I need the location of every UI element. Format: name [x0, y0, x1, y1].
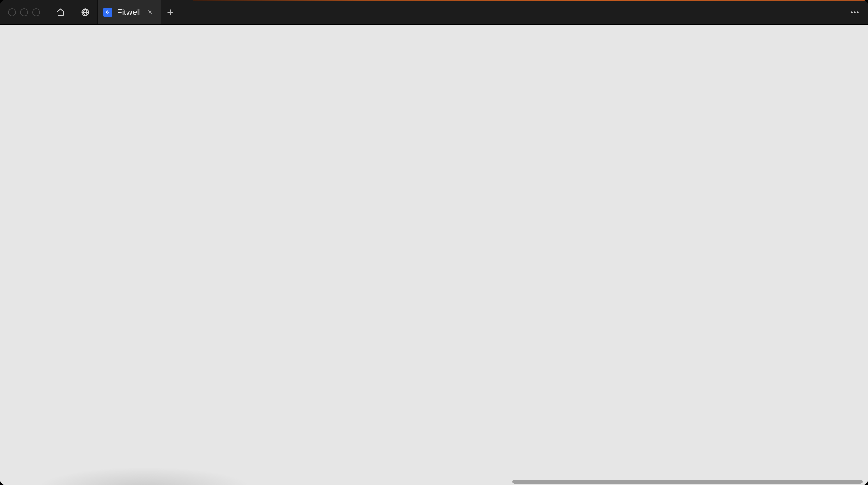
- horizontal-scrollbar-thumb[interactable]: [513, 480, 863, 484]
- window-maximize-button[interactable]: [32, 8, 40, 16]
- svg-point-2: [854, 11, 856, 13]
- tab-strip: Fitwell: [98, 0, 841, 24]
- new-tab-button[interactable]: [161, 0, 179, 24]
- page-viewport: [0, 25, 868, 485]
- tab-close-button[interactable]: [146, 8, 155, 17]
- globe-icon: [81, 8, 90, 17]
- svg-point-1: [851, 11, 852, 13]
- window-minimize-button[interactable]: [20, 8, 28, 16]
- tab-active[interactable]: Fitwell: [98, 0, 161, 24]
- overflow-menu-button[interactable]: [841, 0, 868, 24]
- browser-window: Fitwell: [0, 0, 868, 485]
- plus-icon: [166, 8, 174, 16]
- window-close-button[interactable]: [8, 8, 16, 16]
- tab-title: Fitwell: [117, 7, 141, 17]
- more-horizontal-icon: [849, 7, 860, 18]
- window-controls: [0, 0, 48, 24]
- close-icon: [147, 9, 153, 15]
- loading-indicator: [193, 0, 868, 1]
- tab-favicon: [103, 8, 112, 17]
- home-icon: [56, 8, 65, 17]
- home-button[interactable]: [48, 0, 73, 24]
- horizontal-scrollbar-track[interactable]: [0, 478, 868, 485]
- site-info-button[interactable]: [73, 0, 98, 24]
- title-bar: Fitwell: [0, 0, 868, 25]
- svg-point-3: [857, 11, 859, 13]
